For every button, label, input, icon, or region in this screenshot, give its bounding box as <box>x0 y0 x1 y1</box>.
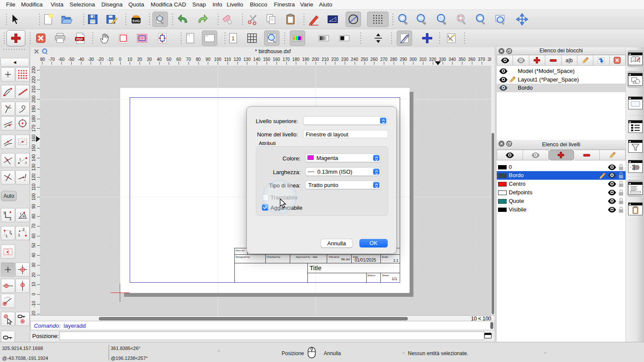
svg-text:1: 1 <box>18 233 20 237</box>
svg-text:1: 1 <box>6 234 8 238</box>
svg-text:2: 2 <box>25 161 27 165</box>
svg-text:x: x <box>9 217 12 221</box>
svg-text:r: r <box>20 211 21 216</box>
svg-text:2: 2 <box>9 230 11 234</box>
svg-text:1: 1 <box>232 36 235 42</box>
svg-text:1: 1 <box>19 157 21 161</box>
svg-text:y: y <box>3 210 6 214</box>
svg-text:a: a <box>23 214 25 218</box>
svg-text:2: 2 <box>23 227 25 232</box>
svg-text:PDF: PDF <box>76 37 83 41</box>
svg-text:SVG: SVG <box>132 19 140 23</box>
